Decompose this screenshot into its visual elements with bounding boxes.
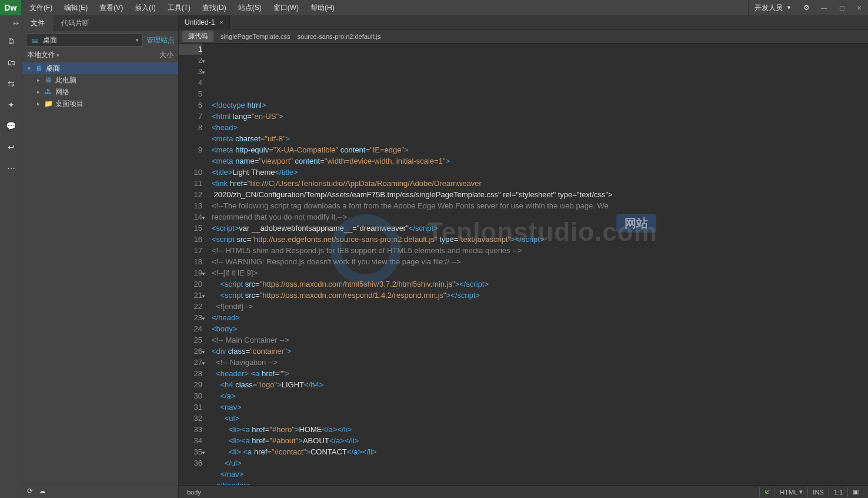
code-line[interactable]: <!doctype html> (212, 99, 868, 111)
code-line[interactable]: <header> <a href=""> (212, 368, 868, 379)
code-line[interactable]: 2020/zh_CN/Configuration/Temp/Assets/eam… (212, 189, 868, 200)
gutter-line[interactable]: 28 (179, 368, 202, 379)
code-line[interactable]: <head> (212, 122, 868, 133)
gutter-line[interactable]: 5 (179, 88, 202, 99)
document-tab[interactable]: Untitled-1 × (179, 15, 230, 29)
tab-snippets[interactable]: 代码片断 (53, 15, 98, 31)
gutter-line[interactable]: 35▼ (179, 446, 202, 457)
code-line[interactable]: <script>var __adobewebfontsappname__="dr… (212, 223, 868, 234)
gutter-line[interactable]: 19▼ (179, 267, 202, 278)
gutter-line[interactable]: 34 (179, 435, 202, 446)
code-line[interactable]: <nav> (212, 401, 868, 413)
code-line[interactable]: <script src="https://oss.maxcdn.com/resp… (212, 290, 868, 301)
gutter-line[interactable]: 18 (179, 256, 202, 267)
gutter-line[interactable]: 22 (179, 301, 202, 312)
gutter-line[interactable]: 13 (179, 200, 202, 211)
status-screen-icon[interactable]: ▣ (847, 487, 863, 497)
gutter-line[interactable] (179, 155, 202, 167)
code-line[interactable]: <li><a href="#about">ABOUT</a></li> (212, 435, 868, 446)
maximize-button[interactable]: ▢ (833, 0, 850, 15)
expand-icon[interactable]: ▸ (35, 77, 41, 83)
gutter-line[interactable]: 4 (179, 77, 202, 88)
wrap-icon[interactable]: ↩ (4, 140, 18, 154)
menu-item[interactable]: 帮助(H) (305, 0, 340, 15)
code-line[interactable]: <!-- Navigation --> (212, 357, 868, 368)
gutter-line[interactable]: 12 (179, 189, 202, 200)
code-line[interactable]: <script src="https://oss.maxcdn.com/html… (212, 278, 868, 290)
expand-icon[interactable]: ▸ (35, 101, 41, 107)
related-file[interactable]: source-sans-pro:n2:default.js (298, 33, 381, 40)
gutter-line[interactable]: 24 (179, 323, 202, 334)
gutter-line[interactable]: 20 (179, 278, 202, 290)
menu-item[interactable]: 站点(S) (232, 0, 268, 15)
menu-item[interactable]: 编辑(E) (58, 0, 94, 15)
gutter-line[interactable]: 33 (179, 424, 202, 435)
code-line[interactable]: <title>Light Theme</title> (212, 167, 868, 178)
code-line[interactable]: <!--The following script tag downloads a… (212, 200, 868, 211)
code-line[interactable]: <meta charset="utf-8"> (212, 133, 868, 144)
code-line[interactable]: <html lang="en-US"> (212, 111, 868, 122)
status-ins[interactable]: INS (807, 487, 828, 497)
settings-sync-icon[interactable]: ⚙ (797, 0, 815, 15)
close-button[interactable]: ✕ (850, 0, 868, 15)
source-code-chip[interactable]: 源代码 (182, 31, 213, 42)
menu-item[interactable]: 查看(V) (94, 0, 129, 15)
code-editor[interactable]: 12▼3▼4567891011121314▼1516171819▼2021▼22… (179, 44, 868, 485)
code-line[interactable]: <!--[if lt IE 9]> (212, 267, 868, 278)
code-line[interactable]: <link href="file:///C|/Users/Tenlonstudi… (212, 178, 868, 189)
more-icon[interactable]: ⋯ (4, 161, 18, 175)
status-ok-icon[interactable]: ⊘ (759, 487, 774, 497)
code-line[interactable]: <!-- Main Container --> (212, 334, 868, 346)
gutter-line[interactable]: 23▼ (179, 312, 202, 323)
gutter-line[interactable]: 16 (179, 234, 202, 245)
menu-item[interactable]: 插入(I) (129, 0, 161, 15)
tree-item-folder[interactable]: ▸ 📁 桌面项目 (22, 98, 178, 109)
tree-item-pc[interactable]: ▸ 🖥 此电脑 (22, 74, 178, 86)
code-line[interactable]: </a> (212, 390, 868, 401)
gutter-line[interactable]: 9 (179, 144, 202, 155)
minimize-button[interactable]: — (815, 0, 833, 15)
gutter-line[interactable]: 15 (179, 223, 202, 234)
site-dropdown[interactable]: 🖴 桌面 ▾ (26, 34, 143, 47)
sync-icon[interactable]: ☁ (39, 487, 46, 495)
wand-icon[interactable]: ✦ (4, 98, 18, 112)
status-pos[interactable]: 1:1 (829, 487, 847, 497)
gutter-line[interactable]: 29 (179, 379, 202, 390)
code-line[interactable]: <!-- WARNING: Respond.js doesn't work if… (212, 256, 868, 267)
workspace-switcher[interactable]: 开发人员 ▼ (748, 0, 797, 15)
manage-sites-link[interactable]: 管理站点 (146, 35, 175, 45)
code-line[interactable]: </header> (212, 480, 868, 485)
gutter-line[interactable]: 31 (179, 401, 202, 413)
code-line[interactable]: <![endif]--> (212, 301, 868, 312)
breadcrumb[interactable]: body (183, 489, 205, 496)
gutter-line[interactable]: 32 (179, 413, 202, 424)
menu-item[interactable]: 窗口(W) (268, 0, 305, 15)
expand-icon[interactable]: ▾ (26, 65, 32, 71)
menu-item[interactable]: 文件(F) (24, 0, 58, 15)
code-line[interactable]: </head> (212, 312, 868, 323)
file-icon[interactable]: 🗎 (4, 34, 18, 48)
file-tree[interactable]: ▾ 🖥 桌面 ▸ 🖥 此电脑 ▸ 🖧 网络 ▸ 📁 桌面项目 (22, 61, 178, 483)
tab-files[interactable]: 文件 (22, 15, 53, 31)
code-line[interactable]: <!-- HTML5 shim and Respond.js for IE8 s… (212, 245, 868, 256)
gutter-line[interactable]: 27▼ (179, 357, 202, 368)
code-line[interactable]: </ul> (212, 457, 868, 469)
gutter-line[interactable]: 6 (179, 99, 202, 111)
close-icon[interactable]: × (219, 19, 223, 26)
code-line[interactable]: <ul> (212, 413, 868, 424)
gutter-line[interactable]: 30 (179, 390, 202, 401)
gutter-line[interactable] (179, 133, 202, 144)
code-line[interactable]: recommend that you do not modify it.--> (212, 211, 868, 223)
gutter-line[interactable]: 8 (179, 122, 202, 133)
gutter-line[interactable]: 3▼ (179, 66, 202, 77)
code-line[interactable]: <body> (212, 323, 868, 334)
refresh-icon[interactable]: ⟳ (27, 487, 33, 495)
status-lang[interactable]: HTML ▾ (774, 487, 807, 497)
swap-icon[interactable]: ⇆ (4, 77, 18, 91)
menu-item[interactable]: 查找(D) (196, 0, 232, 15)
tree-item-network[interactable]: ▸ 🖧 网络 (22, 86, 178, 98)
gutter-line[interactable]: 21▼ (179, 290, 202, 301)
code-line[interactable]: <li><a href="#hero">HOME</a></li> (212, 424, 868, 435)
gutter-line[interactable]: 36 (179, 457, 202, 469)
code-line[interactable]: <script src="http://use.edgefonts.net/so… (212, 234, 868, 245)
